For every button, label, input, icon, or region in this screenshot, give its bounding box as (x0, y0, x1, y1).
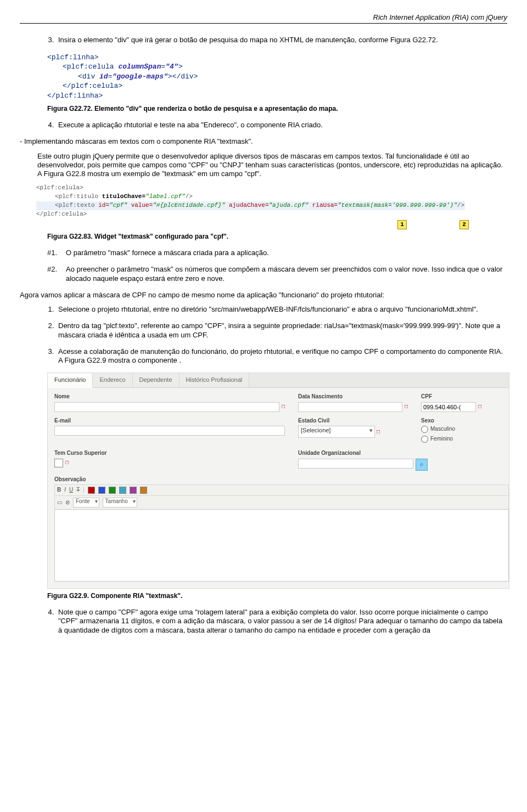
required-icon: □ (282, 403, 285, 410)
label-sexo: Sexo (421, 418, 509, 425)
code-attr: id (99, 72, 108, 81)
bold-icon[interactable]: B (57, 487, 61, 494)
ordered-list-2: Selecione o projeto rhtutorial, entre no… (20, 305, 507, 365)
code-line: <div (78, 72, 99, 81)
code-line: /> (457, 202, 464, 208)
img-icon[interactable]: ▭ (57, 499, 62, 506)
code-val: "google-maps" (112, 72, 167, 81)
code-attr: riaUsa= (309, 202, 338, 208)
code-attr: value= (127, 202, 153, 208)
radio-masc[interactable]: Masculino (421, 426, 509, 433)
radio-icon (421, 426, 428, 433)
strike-icon[interactable]: T (76, 487, 80, 494)
input-data[interactable] (298, 402, 402, 412)
code-line: <plcf:celula (63, 63, 118, 71)
page-header: Rich Internet Application (RIA) com jQue… (20, 13, 507, 24)
ordered-list-1: Insira o elemento "div" que irá gerar o … (20, 36, 507, 44)
code-line: </plcf:celula> (63, 82, 122, 90)
label-cpf: CPF (421, 393, 509, 401)
code-block-2: <plcf:celula> <plcf:titulo tituloChave="… (36, 184, 507, 229)
callout-2: 2 (459, 220, 469, 229)
paragraph-agora: Agora vamos aplicar a máscara de CPF no … (20, 291, 507, 300)
required-icon: □ (405, 403, 408, 410)
editor-toolbar: B I U T | (54, 484, 509, 495)
underline-icon[interactable]: U (69, 487, 73, 494)
field-estado: Estado Civil [Selecione] □ (298, 418, 408, 445)
section-dash-title: - Implementando máscaras em textos com o… (20, 137, 507, 146)
list-text: Execute a aplicação rhtutorial e teste n… (58, 121, 323, 129)
hash-text-2: Ao preencher o parâmetro "mask" os númer… (66, 265, 507, 283)
code-line: <plcf:texto (55, 202, 98, 208)
field-cpf: CPF □ (421, 393, 509, 412)
list-text: Selecione o projeto rhtutorial, entre no… (58, 305, 478, 313)
radio-label: Feminino (430, 436, 453, 443)
label-estado: Estado Civil (298, 418, 408, 425)
color-swatch[interactable] (88, 487, 95, 494)
code-block-1: <plcf:linha> <plcf:celula columnSpan="4"… (47, 53, 507, 101)
required-icon: □ (377, 428, 380, 436)
list-text: Acesse a colaboração de manutenção do fu… (58, 347, 503, 364)
field-sexo: Sexo Masculino Feminino (421, 418, 509, 445)
code-attr: tituloChave= (102, 193, 145, 200)
label-data: Data Nascimento (298, 393, 408, 401)
field-curso: Tem Curso Superior □ (54, 450, 285, 471)
color-swatch[interactable] (130, 487, 137, 494)
required-icon: □ (478, 403, 481, 410)
figure-caption-83: Figura G22.83. Widget "textmask" configu… (47, 233, 507, 241)
field-data: Data Nascimento □ (298, 393, 408, 412)
code-attr: ajudaChave= (225, 202, 268, 208)
color-swatch[interactable] (140, 487, 147, 494)
label-obs: Observação (54, 476, 509, 483)
radio-icon (421, 436, 428, 443)
list-item: Execute a aplicação rhtutorial e teste n… (56, 121, 507, 129)
checkbox-curso[interactable] (54, 459, 63, 467)
code-attr: id= (98, 202, 109, 208)
input-nome[interactable] (54, 402, 279, 412)
list-text: Note que o campo "CPF" agora exige uma "… (58, 608, 502, 634)
figure-caption-9: Figura G22.9. Componente RIA "textmask". (47, 592, 507, 600)
select-estado[interactable]: [Selecione] (298, 426, 375, 438)
input-cpf[interactable] (421, 402, 476, 412)
field-email: E-mail (54, 418, 285, 445)
code-line: </plcf:celula> (36, 211, 87, 217)
hash-list: #1. O parâmetro "mask" fornece a máscara… (47, 249, 507, 283)
italic-icon[interactable]: I (64, 487, 66, 494)
lookup-button[interactable]: ⌕ (416, 459, 428, 471)
list-item: Note que o campo "CPF" agora exige uma "… (56, 608, 507, 635)
code-val: "ajuda.cpf" (269, 202, 309, 208)
code-line: </plcf:linha> (47, 92, 103, 100)
editor-area[interactable] (54, 509, 509, 582)
color-swatch[interactable] (98, 487, 105, 494)
tab-historico[interactable]: Histórico Profissional (180, 373, 250, 387)
code-val: "#{plcEntidade.cpf}" (153, 202, 225, 208)
radio-fem[interactable]: Feminino (421, 436, 509, 443)
field-nome: Nome □ (54, 393, 285, 412)
figure-caption-72: Figura G22.72. Elemento "div" que render… (47, 105, 507, 113)
list-item: Selecione o projeto rhtutorial, entre no… (56, 305, 507, 314)
tab-dependente[interactable]: Dependente (133, 373, 180, 387)
code-val: "4" (165, 63, 178, 71)
input-email[interactable] (54, 426, 285, 436)
color-swatch[interactable] (109, 487, 116, 494)
input-org[interactable] (298, 459, 413, 469)
paragraph-textmask: Este outro plugin jQuery permite que o d… (37, 152, 507, 179)
size-select[interactable]: Tamanho (103, 498, 137, 507)
label-email: E-mail (54, 418, 285, 425)
code-line: <plcf:celula> (36, 184, 83, 191)
tab-bar: Funcionário Endereco Dependente Históric… (48, 373, 509, 388)
radio-label: Masculino (430, 426, 455, 433)
code-val: "cpf" (109, 202, 127, 208)
font-select[interactable]: Fonte (73, 498, 99, 507)
color-swatch[interactable] (119, 487, 126, 494)
tab-endereco[interactable]: Endereco (93, 373, 132, 387)
list-item: Insira o elemento "div" que irá gerar o … (56, 36, 507, 44)
editor-toolbar-2: ▭ ⊘ Fonte Tamanho (54, 495, 509, 509)
list-text: Dentro da tag "plcf:texto", referente ao… (58, 322, 500, 339)
code-line: ></div> (168, 72, 198, 81)
link-icon[interactable]: ⊘ (65, 499, 70, 506)
list-text: Insira o elemento "div" que irá gerar o … (58, 36, 438, 44)
tab-funcionario[interactable]: Funcionário (48, 373, 93, 388)
list-item: Acesse a colaboração de manutenção do fu… (56, 347, 507, 365)
code-line: /> (186, 193, 193, 200)
callouts-row: 1 2 (36, 220, 507, 229)
